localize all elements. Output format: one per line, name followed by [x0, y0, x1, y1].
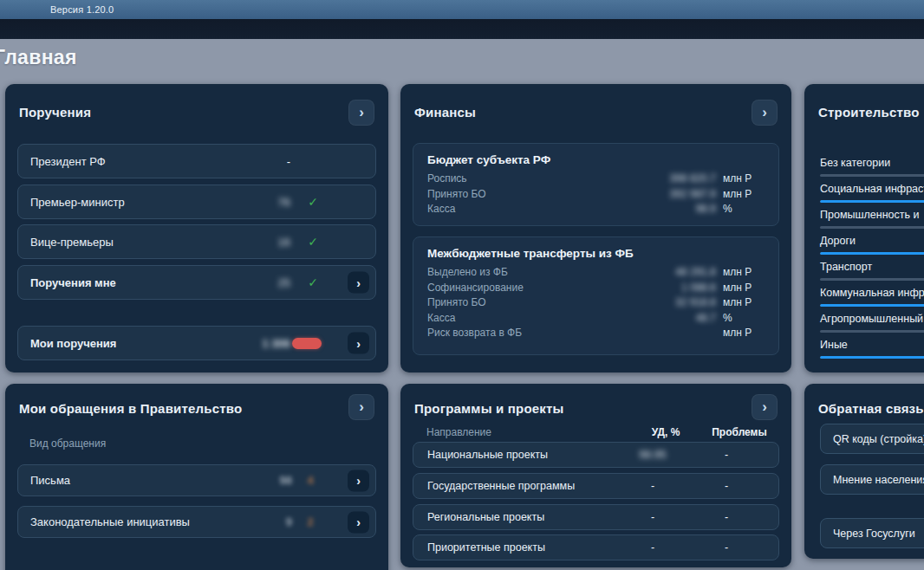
appeals-row-initiatives[interactable]: Законодательные инициативы 9 2 ›	[17, 506, 376, 538]
appeals-row-label: Законодательные инициативы	[30, 515, 190, 528]
budget-row-label: Принято БО	[427, 188, 486, 200]
assignment-row-president[interactable]: Президент РФ -	[17, 144, 376, 178]
feedback-button-label: Через Госуслуги	[833, 528, 915, 540]
construction-category-label: Транспорт	[820, 261, 872, 273]
row-open-button[interactable]: ›	[348, 272, 369, 294]
appeals-open-button[interactable]: ›	[348, 394, 374, 420]
assignment-row-label: Поручения мне	[30, 276, 116, 289]
construction-category-label: Без категории	[820, 157, 890, 169]
transfers-row: Софинансирование 1 088.6 млн Р	[427, 281, 765, 296]
transfers-row-unit: млн Р	[723, 281, 765, 296]
chevron-right-icon: ›	[359, 104, 364, 121]
construction-category-item[interactable]: Агропромышленный	[820, 307, 924, 333]
feedback-button-qr[interactable]: QR коды (стройка)	[820, 424, 924, 454]
assignments-card-title: Поручения	[19, 105, 91, 120]
budget-row: Принято БО 392 987.9 млн Р	[427, 187, 765, 203]
budget-section-title: Бюджет субъекта РФ	[427, 153, 765, 166]
assignment-row-my[interactable]: Мои поручения 1 306 ›	[17, 326, 376, 360]
feedback-card: Обратная связь QR коды (стройка) Мнение …	[804, 384, 924, 559]
construction-category-item[interactable]: Коммунальная инфраструктура	[820, 281, 924, 307]
budget-row-unit: %	[723, 202, 765, 217]
construction-category-item[interactable]: Промышленность и	[820, 203, 924, 229]
feedback-button-opinion[interactable]: Мнение населения	[820, 464, 924, 495]
transfers-row-value-masked: 1 088.6	[603, 281, 716, 296]
transfers-row-value-masked: 48 291.8	[603, 265, 716, 281]
construction-category-item[interactable]: Иные	[820, 333, 924, 359]
row-open-button[interactable]: ›	[348, 333, 369, 354]
appeals-row-letters[interactable]: Письма 98 4 ›	[17, 464, 376, 496]
programs-row-national[interactable]: Национальные проекты 98.95 -	[413, 442, 779, 468]
assignment-row-value: -	[245, 155, 290, 168]
transfers-row-label: Принято БО	[427, 296, 486, 308]
programs-open-button[interactable]: ›	[752, 394, 778, 420]
assignment-row-to-me[interactable]: Поручения мне 25 ✓ ›	[17, 265, 376, 300]
row-open-button[interactable]: ›	[348, 470, 369, 491]
construction-category-label: Промышленность и	[820, 209, 919, 221]
appeals-row-value-masked: 98	[266, 474, 292, 487]
chevron-right-icon: ›	[762, 104, 767, 121]
programs-row-priority[interactable]: Приоритетные проекты - -	[413, 534, 779, 560]
transfers-row: Риск возврата в ФБ млн Р	[427, 326, 765, 341]
construction-category-item[interactable]: Без категории	[820, 151, 924, 177]
budget-row-label: Касса	[427, 203, 455, 215]
construction-card-title: Строительство	[818, 105, 920, 120]
transfers-row-unit: млн Р	[723, 265, 765, 281]
programs-row-regional[interactable]: Региональные проекты - -	[413, 504, 779, 530]
construction-category-item[interactable]: Транспорт	[820, 255, 924, 281]
transfers-row-label: Софинансирование	[427, 282, 524, 294]
transfers-row-label: Касса	[427, 312, 455, 324]
feedback-card-title: Обратная связь	[818, 401, 924, 416]
appeals-card-title: Мои обращения в Правительство	[19, 401, 242, 416]
column-header-direction: Направление	[426, 426, 491, 438]
alert-badge	[292, 338, 322, 349]
programs-row-ud: -	[627, 480, 679, 492]
header-strip	[0, 19, 924, 39]
assignment-row-label: Президент РФ	[30, 155, 106, 168]
finances-card-title: Финансы	[414, 105, 476, 120]
check-icon: ✓	[308, 275, 318, 289]
transfers-row-unit: млн Р	[723, 295, 765, 311]
assignments-open-button[interactable]: ›	[348, 100, 374, 126]
chevron-right-icon: ›	[356, 275, 361, 289]
programs-row-state[interactable]: Государственные программы - -	[413, 473, 779, 499]
finances-card: Финансы › Бюджет субъекта РФ Роспись 398…	[400, 84, 791, 372]
construction-category-label: Дороги	[820, 235, 856, 247]
chevron-right-icon: ›	[762, 398, 767, 416]
programs-row-label: Национальные проекты	[427, 449, 548, 461]
construction-category-label: Социальная инфраструктура	[820, 183, 924, 195]
progress-fill	[820, 356, 924, 359]
assignment-row-label: Мои поручения	[30, 337, 116, 350]
construction-category-label: Агропромышленный	[820, 313, 923, 325]
chevron-right-icon: ›	[356, 515, 361, 529]
chevron-right-icon: ›	[356, 336, 361, 350]
chevron-right-icon: ›	[359, 398, 364, 416]
appeals-card: Мои обращения в Правительство › Вид обра…	[5, 384, 388, 570]
programs-card-title: Программы и проекты	[414, 401, 564, 416]
programs-row-label: Государственные программы	[427, 480, 575, 492]
construction-category-item[interactable]: Социальная инфраструктура	[820, 177, 924, 203]
appeals-row-value-masked: 9	[266, 515, 292, 528]
appeals-row-alert-masked: 2	[303, 515, 318, 528]
transfers-section: Межбюджетные трансферты из ФБ Выделено и…	[413, 236, 779, 355]
budget-row-unit: млн Р	[723, 187, 765, 203]
finances-open-button[interactable]: ›	[752, 100, 778, 126]
chevron-right-icon: ›	[356, 474, 361, 488]
transfers-row-unit: млн Р	[723, 326, 765, 341]
programs-row-ud-masked: 98.95	[627, 449, 679, 461]
construction-category-item[interactable]: Дороги	[820, 229, 924, 255]
budget-row-value-masked: 392 987.9	[603, 187, 716, 203]
programs-row-problems: -	[696, 449, 757, 461]
transfers-row: Выделено из ФБ 48 291.8 млн Р	[427, 265, 765, 281]
assignment-row-premier[interactable]: Премьер-министр 76 ✓	[17, 185, 376, 219]
top-bar: Версия 1.20.0	[0, 0, 924, 19]
budget-row: Касса 98.9 %	[427, 202, 765, 217]
transfers-row-value-masked: 48.7	[603, 311, 716, 327]
feedback-button-gosuslugi[interactable]: Через Госуслуги	[820, 518, 924, 548]
assignment-row-label: Премьер-министр	[30, 196, 125, 209]
assignment-row-vice-premiers[interactable]: Вице-премьеры 16 ✓	[17, 224, 376, 259]
transfers-row-label: Выделено из ФБ	[427, 266, 508, 278]
programs-row-problems: -	[696, 511, 757, 523]
column-header-ud: УД, %	[640, 426, 692, 438]
construction-category-list: Без категории Социальная инфраструктура …	[820, 151, 924, 359]
row-open-button[interactable]: ›	[348, 511, 369, 533]
